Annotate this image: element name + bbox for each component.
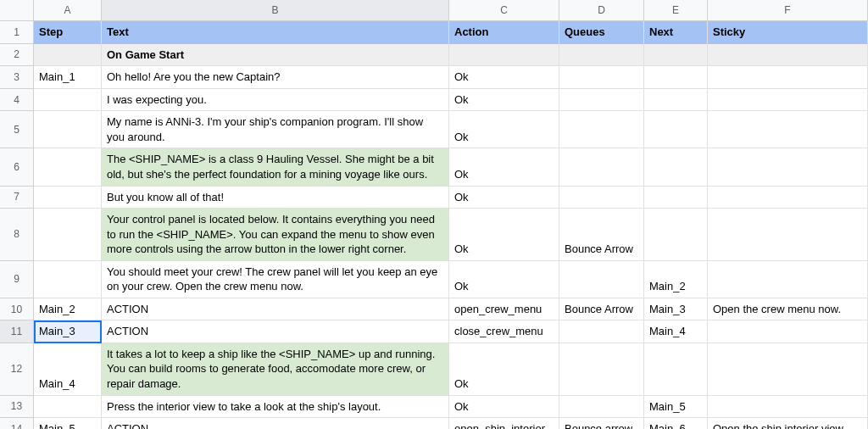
col-header-C[interactable]: C [449, 0, 559, 21]
row-header-2[interactable]: 2 [0, 44, 34, 67]
cell-12-F[interactable] [708, 343, 868, 396]
cell-9-C[interactable]: Ok [449, 261, 559, 298]
cell-3-A[interactable]: Main_1 [34, 66, 102, 89]
spreadsheet-grid[interactable]: ABCDEF1StepTextActionQueuesNextSticky2On… [0, 0, 868, 429]
cell-3-C[interactable]: Ok [449, 66, 559, 89]
cell-14-B[interactable]: ACTION [102, 418, 449, 429]
cell-13-F[interactable] [708, 396, 868, 419]
cell-14-C[interactable]: open_ship_interior [449, 418, 559, 429]
row-header-1[interactable]: 1 [0, 21, 34, 44]
cell-5-F[interactable] [708, 111, 868, 148]
cell-11-A[interactable]: Main_3 [34, 320, 102, 343]
header-cell-D[interactable]: Queues [559, 21, 644, 44]
cell-10-E[interactable]: Main_3 [644, 298, 708, 321]
cell-2-A[interactable] [34, 44, 102, 67]
cell-8-A[interactable] [34, 209, 102, 261]
cell-10-C[interactable]: open_crew_menu [449, 298, 559, 321]
row-header-10[interactable]: 10 [0, 298, 34, 321]
cell-12-B[interactable]: It takes a lot to keep a ship like the <… [102, 343, 449, 396]
cell-5-E[interactable] [644, 111, 708, 148]
cell-2-F[interactable] [708, 44, 868, 67]
cell-14-F[interactable]: Open the ship interior view. [708, 418, 868, 429]
cell-7-B[interactable]: But you know all of that! [102, 187, 449, 209]
header-cell-E[interactable]: Next [644, 21, 708, 44]
cell-9-F[interactable] [708, 261, 868, 298]
cell-11-D[interactable] [559, 320, 644, 343]
row-header-12[interactable]: 12 [0, 343, 34, 396]
row-header-9[interactable]: 9 [0, 261, 34, 298]
cell-2-D[interactable] [559, 44, 644, 67]
cell-3-E[interactable] [644, 66, 708, 89]
corner-cell[interactable] [0, 0, 34, 21]
row-header-11[interactable]: 11 [0, 320, 34, 343]
cell-10-A[interactable]: Main_2 [34, 298, 102, 321]
cell-3-D[interactable] [559, 66, 644, 89]
row-header-3[interactable]: 3 [0, 66, 34, 89]
cell-10-F[interactable]: Open the crew menu now. [708, 298, 868, 321]
cell-12-C[interactable]: Ok [449, 343, 559, 396]
cell-11-C[interactable]: close_crew_menu [449, 320, 559, 343]
cell-4-B[interactable]: I was expecting you. [102, 89, 449, 112]
cell-5-C[interactable]: Ok [449, 111, 559, 148]
cell-9-E[interactable]: Main_2 [644, 261, 708, 298]
col-header-B[interactable]: B [102, 0, 449, 21]
cell-13-C[interactable]: Ok [449, 396, 559, 419]
cell-6-A[interactable] [34, 148, 102, 186]
row-header-4[interactable]: 4 [0, 89, 34, 112]
cell-7-F[interactable] [708, 187, 868, 209]
cell-14-E[interactable]: Main_6 [644, 418, 708, 429]
cell-2-E[interactable] [644, 44, 708, 67]
cell-5-D[interactable] [559, 111, 644, 148]
header-cell-C[interactable]: Action [449, 21, 559, 44]
cell-2-B[interactable]: On Game Start [102, 44, 449, 67]
col-header-A[interactable]: A [34, 0, 102, 21]
cell-14-A[interactable]: Main_5 [34, 418, 102, 429]
header-cell-F[interactable]: Sticky [708, 21, 868, 44]
cell-6-D[interactable] [559, 148, 644, 186]
cell-13-A[interactable] [34, 396, 102, 419]
cell-8-B[interactable]: Your control panel is located below. It … [102, 209, 449, 261]
cell-8-C[interactable]: Ok [449, 209, 559, 261]
cell-7-C[interactable]: Ok [449, 187, 559, 209]
cell-12-D[interactable] [559, 343, 644, 396]
col-header-E[interactable]: E [644, 0, 708, 21]
cell-12-A[interactable]: Main_4 [34, 343, 102, 396]
cell-3-B[interactable]: Oh hello! Are you the new Captain? [102, 66, 449, 89]
cell-4-D[interactable] [559, 89, 644, 112]
cell-6-C[interactable]: Ok [449, 148, 559, 186]
row-header-5[interactable]: 5 [0, 111, 34, 148]
cell-13-B[interactable]: Press the interior view to take a look a… [102, 396, 449, 419]
cell-11-E[interactable]: Main_4 [644, 320, 708, 343]
cell-7-A[interactable] [34, 187, 102, 209]
cell-13-E[interactable]: Main_5 [644, 396, 708, 419]
row-header-7[interactable]: 7 [0, 187, 34, 209]
header-cell-A[interactable]: Step [34, 21, 102, 44]
cell-4-C[interactable]: Ok [449, 89, 559, 112]
cell-6-F[interactable] [708, 148, 868, 186]
cell-6-B[interactable]: The <SHIP_NAME> is a class 9 Hauling Ves… [102, 148, 449, 186]
cell-8-D[interactable]: Bounce Arrow [559, 209, 644, 261]
cell-11-F[interactable] [708, 320, 868, 343]
cell-6-E[interactable] [644, 148, 708, 186]
cell-12-E[interactable] [644, 343, 708, 396]
cell-10-B[interactable]: ACTION [102, 298, 449, 321]
cell-14-D[interactable]: Bounce arrow [559, 418, 644, 429]
cell-5-B[interactable]: My name is ANNi-3. I'm your ship's compa… [102, 111, 449, 148]
col-header-D[interactable]: D [559, 0, 644, 21]
col-header-F[interactable]: F [708, 0, 868, 21]
row-header-13[interactable]: 13 [0, 396, 34, 419]
cell-4-E[interactable] [644, 89, 708, 112]
cell-7-E[interactable] [644, 187, 708, 209]
cell-9-A[interactable] [34, 261, 102, 298]
row-header-6[interactable]: 6 [0, 148, 34, 186]
cell-13-D[interactable] [559, 396, 644, 419]
row-header-14[interactable]: 14 [0, 418, 34, 429]
cell-4-F[interactable] [708, 89, 868, 112]
cell-7-D[interactable] [559, 187, 644, 209]
cell-4-A[interactable] [34, 89, 102, 112]
row-header-8[interactable]: 8 [0, 209, 34, 261]
cell-11-B[interactable]: ACTION [102, 320, 449, 343]
cell-10-D[interactable]: Bounce Arrow [559, 298, 644, 321]
cell-9-B[interactable]: You should meet your crew! The crew pane… [102, 261, 449, 298]
cell-8-F[interactable] [708, 209, 868, 261]
